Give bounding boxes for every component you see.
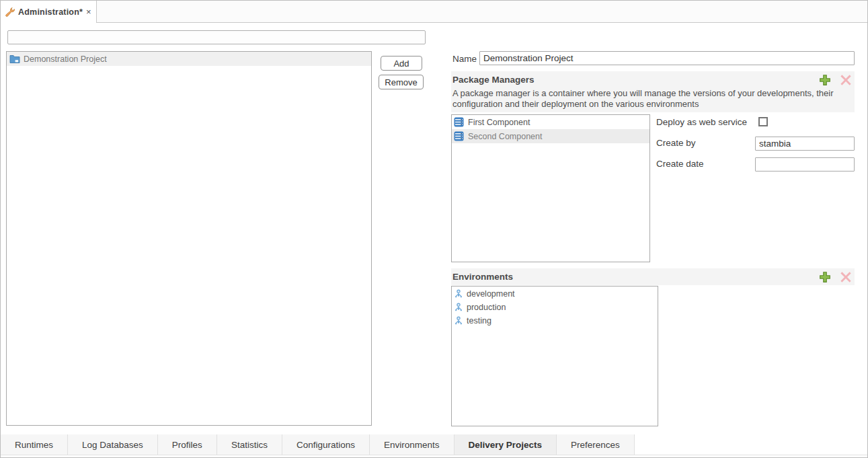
create-by-input[interactable] [755, 137, 855, 151]
create-date-label: Create date [656, 159, 704, 169]
node-tree-icon [454, 289, 463, 299]
create-by-label: Create by [656, 138, 696, 148]
environment-list[interactable]: development production [451, 286, 658, 426]
tab-title: Administration* [18, 7, 83, 17]
admin-bottom-tabbar: Runtimes Log Databases Profiles Statisti… [1, 434, 867, 455]
delete-environment-button[interactable] [840, 271, 852, 283]
project-label: Demonstration Project [24, 54, 107, 64]
deploy-as-web-service-checkbox[interactable] [758, 117, 768, 126]
server-stack-icon [454, 131, 464, 141]
administration-window: Administration* × Demonstration Project … [0, 0, 868, 458]
list-item-component[interactable]: Second Component [452, 129, 649, 143]
environment-label: development [467, 289, 515, 299]
component-label: Second Component [468, 132, 543, 141]
environments-section: Environments [451, 268, 855, 285]
add-environment-button[interactable] [819, 271, 831, 283]
plus-icon [819, 271, 831, 283]
component-label: First Component [468, 118, 530, 127]
cross-icon [840, 74, 852, 86]
wrench-icon [5, 7, 15, 17]
tab-statistics[interactable]: Statistics [217, 434, 282, 455]
list-item-environment[interactable]: production [452, 300, 658, 313]
name-input[interactable] [479, 51, 855, 65]
tab-environments[interactable]: Environments [370, 434, 455, 455]
tab-delivery-projects[interactable]: Delivery Projects [455, 434, 557, 455]
environments-title: Environments [452, 272, 810, 282]
list-item-component[interactable]: First Component [452, 115, 649, 129]
editor-tabstrip: Administration* × [1, 1, 867, 23]
add-package-manager-button[interactable] [819, 74, 831, 86]
project-filter-input[interactable] [7, 30, 426, 44]
folder-icon [9, 54, 20, 64]
delivery-project-list[interactable]: Demonstration Project [6, 51, 372, 426]
environment-label: testing [467, 316, 491, 326]
tab-configurations[interactable]: Configurations [282, 434, 370, 455]
list-item-project[interactable]: Demonstration Project [7, 52, 371, 66]
list-item-environment[interactable]: testing [452, 313, 658, 327]
tab-preferences[interactable]: Preferences [557, 434, 635, 455]
add-button[interactable]: Add [381, 56, 422, 71]
name-label: Name [452, 54, 477, 64]
cross-icon [840, 271, 852, 283]
package-manager-list[interactable]: First Component Second Component [451, 114, 650, 262]
tab-log-databases[interactable]: Log Databases [68, 434, 158, 455]
node-tree-icon [454, 303, 463, 312]
plus-icon [819, 74, 831, 86]
deploy-as-web-service-label: Deploy as web service [656, 117, 747, 127]
delete-package-manager-button[interactable] [840, 74, 852, 86]
package-managers-title: Package Managers [452, 75, 810, 85]
server-stack-icon [454, 117, 464, 127]
package-managers-description: A package manager is a container where y… [451, 88, 855, 110]
create-date-input[interactable] [755, 157, 855, 171]
tab-profiles[interactable]: Profiles [158, 434, 217, 455]
tab-runtimes[interactable]: Runtimes [1, 434, 68, 455]
package-managers-section: Package Managers A package manager is a … [451, 71, 855, 112]
environment-label: production [467, 303, 506, 312]
remove-button[interactable]: Remove [379, 75, 424, 89]
list-item-environment[interactable]: development [452, 287, 658, 300]
tab-administration[interactable]: Administration* × [1, 1, 97, 23]
tab-close-icon[interactable]: × [86, 7, 91, 16]
node-tree-icon [454, 316, 463, 326]
